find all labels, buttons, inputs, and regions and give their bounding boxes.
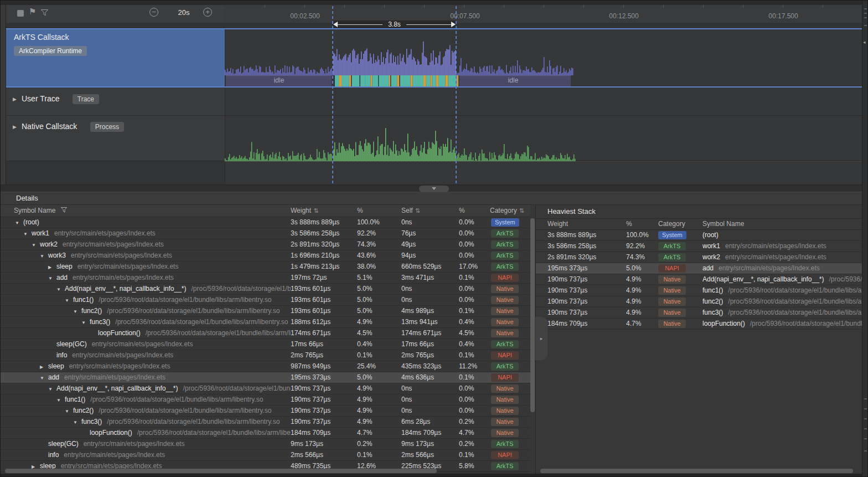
column-header-weight-pct[interactable]: % [626,219,658,229]
column-header-weight-pct[interactable]: % [357,205,401,217]
symbol-cell: addentry/src/main/ets/pages/Index.ets [702,263,862,274]
collapse-left-icon[interactable]: ◂ [863,39,866,45]
symbol-cell: ▼work3entry/src/main/ets/pages/Index.ets [1,250,291,261]
collapse-arrow-icon[interactable]: ▼ [40,373,48,383]
heaviest-stack-row[interactable]: 190ms 737µs4.9%Nativefunc1()/proc/5936/r… [536,285,862,296]
weight-pct: 74.3% [357,239,401,250]
ruler-minor-tick [583,5,584,8]
self-pct: 0.0% [459,239,490,250]
sort-icon[interactable]: ⇅ [313,207,318,214]
selection-start-handle[interactable] [332,6,333,184]
heaviest-stack-row[interactable]: 3s 586ms 258µs92.2%ArkTSwork1entry/src/m… [536,241,862,252]
arkts-activity-chart[interactable] [225,29,862,87]
table-row[interactable]: infoentry/src/main/ets/pages/Index.ets2m… [1,450,530,461]
right-rail[interactable]: ◂ [862,1,868,477]
collapse-arrow-icon[interactable]: ▼ [56,284,65,294]
symbol-cell: Add(napi_env__*, napi_callback_info__*)/… [702,274,862,285]
collapse-arrow-icon[interactable]: ▼ [65,295,73,305]
expand-arrow-icon[interactable]: ▶ [48,262,56,272]
symbol-name: func2() [702,298,723,305]
heaviest-stack-row[interactable]: 3s 888ms 889µs100.0%System(root) [536,230,862,241]
flag-icon[interactable]: ⚑ [29,7,36,17]
symbol-cell: ▼func2()/proc/5936/root/data/storage/el1… [1,306,291,316]
column-header-symbol-name[interactable]: Symbol Name [702,219,862,229]
measure-right-arrow-icon [451,22,456,27]
track-arkts-callstack[interactable]: ArkTS Callstack ArkCompiler Runtime [6,29,225,86]
collapse-details-handle[interactable] [419,186,449,192]
weight-pct: 5.0% [357,372,401,383]
track-native-callstack[interactable]: ▶Native Callstack Process [6,116,225,161]
table-row[interactable]: ▼work2entry/src/main/ets/pages/Index.ets… [1,239,530,250]
table-row[interactable]: sleep(GC)entry/src/main/ets/pages/Index.… [1,439,530,450]
table-row[interactable]: ▼func1()/proc/5936/root/data/storage/el1… [1,295,530,306]
table-row[interactable]: ▼addentry/src/main/ets/pages/Index.ets19… [1,372,530,383]
heaviest-stack-row[interactable]: 190ms 737µs4.9%Nativefunc2()/proc/5936/r… [536,296,862,307]
collapse-arrow-icon[interactable]: ▼ [73,417,81,427]
sort-icon[interactable]: ⇅ [519,207,524,214]
self-pct: 0.1% [459,450,490,460]
collapse-arrow-icon[interactable]: ▼ [15,218,23,228]
filter-icon[interactable] [41,9,48,18]
filter-icon[interactable] [61,207,67,213]
zoom-out-button[interactable]: − [149,8,158,17]
collapse-arrow-icon[interactable]: ▼ [40,251,48,261]
selection-measure-bar[interactable]: 3.8s [333,20,456,28]
collapse-arrow-icon[interactable]: ▼ [48,273,56,283]
table-row[interactable]: ▼func2()/proc/5936/root/data/storage/el1… [1,406,530,417]
vertical-scrollbar-thumb[interactable] [530,218,535,412]
table-row[interactable]: ▼func3()/proc/5936/root/data/storage/el1… [1,417,530,428]
expand-arrow-icon[interactable]: ▶ [13,124,22,130]
selection-end-handle[interactable] [456,6,457,184]
column-header-self-pct[interactable]: % [459,205,490,217]
table-row[interactable]: ▼func1()/proc/5936/root/data/storage/el1… [1,394,530,406]
timeline-ruler[interactable]: 00:02.500 00:07.500 00:12.500 00:17.500 [225,5,862,23]
column-header-weight[interactable]: Weight [547,219,626,229]
expand-arrow-icon[interactable]: ▶ [13,96,22,102]
table-row[interactable]: ▶sleepentry/src/main/ets/pages/Index.ets… [1,261,530,273]
heaviest-stack-row[interactable]: 190ms 737µs4.9%NativeAdd(napi_env__*, na… [536,274,862,285]
table-row[interactable]: ▼func3()/proc/5936/root/data/storage/el1… [1,317,530,328]
collapse-arrow-icon[interactable]: ▼ [65,406,73,416]
table-row[interactable]: ▼Add(napi_env__*, napi_callback_info__*)… [1,284,530,295]
heaviest-stack-row[interactable]: 190ms 737µs4.9%Nativefunc3()/proc/5936/r… [536,307,862,319]
expand-arrow-icon[interactable]: ▶ [40,362,48,372]
stop-icon[interactable] [17,10,24,17]
zoom-in-button[interactable]: + [203,8,212,17]
table-row[interactable]: ▶sleepentry/src/main/ets/pages/Index.ets… [1,361,530,372]
self-pct: 0.1% [459,306,490,316]
column-header-category[interactable]: Category⇅ [490,205,530,217]
collapse-arrow-icon[interactable]: ▼ [23,229,32,239]
sort-icon[interactable]: ⇅ [415,207,420,214]
native-activity-chart[interactable] [225,116,862,184]
time-range-label: 20s [170,8,198,17]
table-row[interactable]: sleep(GC)entry/src/main/ets/pages/Index.… [1,339,530,350]
panel-divider[interactable] [1,184,868,192]
heaviest-stack-row[interactable]: 195ms 373µs5.0%NAPIaddentry/src/main/ets… [536,263,862,274]
column-header-weight[interactable]: Weight⇅ [291,205,357,217]
column-header-category[interactable]: Category [658,219,702,229]
table-row[interactable]: ▼work3entry/src/main/ets/pages/Index.ets… [1,250,530,261]
column-header-self[interactable]: Self⇅ [401,205,459,217]
table-row[interactable]: ▼(root)3s 888ms 889µs100.0%0ns0.0%System [1,217,530,228]
collapse-arrow-icon[interactable]: ▼ [56,395,65,405]
expand-panel-handle[interactable]: ▸ [535,317,547,360]
track-user-trace[interactable]: ▶User Trace Trace [6,88,225,115]
horizontal-scrollbar-thumb-left[interactable] [5,469,437,473]
table-row[interactable]: ▼work1entry/src/main/ets/pages/Index.ets… [1,228,530,239]
weight-value: 197ms 72µs [291,273,357,283]
table-row[interactable]: ▼addentry/src/main/ets/pages/Index.ets19… [1,273,530,284]
table-row[interactable]: ▼func2()/proc/5936/root/data/storage/el1… [1,306,530,317]
column-header-symbol-name[interactable]: Symbol Name [1,205,291,217]
table-row[interactable]: loopFunction()/proc/5936/root/data/stora… [1,428,530,439]
heaviest-stack-row[interactable]: 184ms 709µs4.7%NativeloopFunction()/proc… [536,319,862,330]
collapse-arrow-icon[interactable]: ▼ [73,306,81,316]
table-row[interactable]: ▼Add(napi_env__*, napi_callback_info__*)… [1,383,530,394]
category-cell: Native [490,383,530,394]
horizontal-scrollbar-thumb-right[interactable] [540,469,853,473]
table-row[interactable]: loopFunction()/proc/5936/root/data/stora… [1,328,530,339]
collapse-arrow-icon[interactable]: ▼ [48,384,56,394]
collapse-arrow-icon[interactable]: ▼ [32,240,40,250]
collapse-arrow-icon[interactable]: ▼ [81,317,90,327]
table-row[interactable]: infoentry/src/main/ets/pages/Index.ets2m… [1,350,530,361]
heaviest-stack-row[interactable]: 2s 891ms 320µs74.3%ArkTSwork2entry/src/m… [536,252,862,263]
